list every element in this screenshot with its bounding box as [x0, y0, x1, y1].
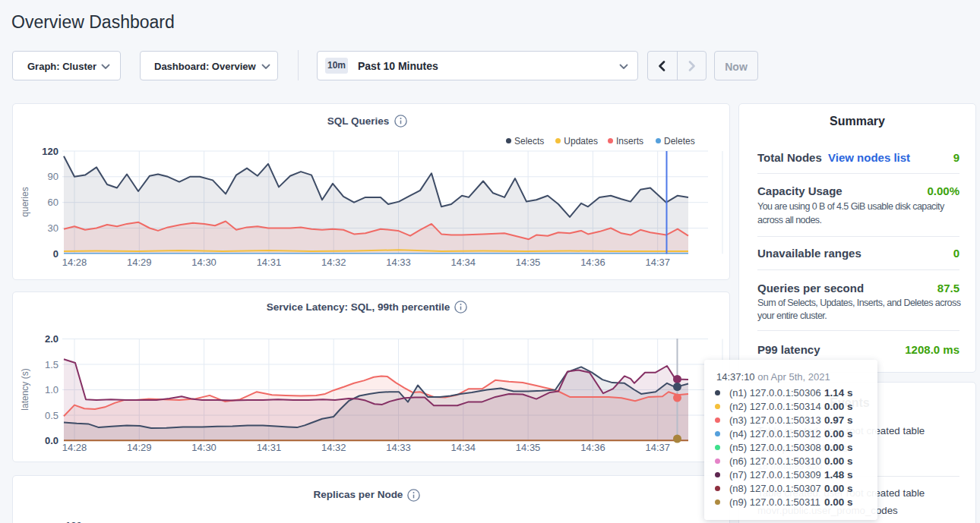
svg-text:14:33: 14:33: [386, 442, 411, 453]
svg-text:0.5: 0.5: [45, 410, 58, 421]
svg-text:14:36: 14:36: [580, 442, 605, 453]
svg-text:60: 60: [48, 197, 58, 208]
svg-text:0: 0: [53, 248, 58, 260]
svg-text:14:31: 14:31: [257, 257, 282, 268]
svg-text:120: 120: [42, 146, 58, 157]
svg-text:2.0: 2.0: [45, 333, 58, 345]
svg-text:14:32: 14:32: [321, 257, 346, 268]
svg-text:0.0: 0.0: [45, 435, 58, 446]
svg-text:14:31: 14:31: [257, 442, 282, 453]
svg-text:90: 90: [48, 171, 58, 182]
svg-text:latency (s): latency (s): [20, 368, 30, 410]
svg-text:14:29: 14:29: [127, 257, 152, 268]
svg-text:1.0: 1.0: [45, 384, 58, 395]
svg-text:30: 30: [48, 222, 58, 234]
svg-text:14:35: 14:35: [516, 257, 541, 268]
svg-text:14:32: 14:32: [321, 442, 346, 453]
svg-text:queries: queries: [20, 187, 30, 216]
svg-text:14:34: 14:34: [451, 442, 476, 453]
svg-text:14:36: 14:36: [580, 257, 605, 268]
svg-text:14:37: 14:37: [645, 257, 670, 268]
svg-text:14:28: 14:28: [62, 442, 87, 453]
svg-text:14:30: 14:30: [191, 442, 217, 453]
svg-text:1.5: 1.5: [45, 359, 58, 370]
svg-text:14:28: 14:28: [62, 257, 87, 268]
svg-text:14:30: 14:30: [191, 257, 217, 268]
svg-text:14:35: 14:35: [516, 442, 541, 453]
svg-text:14:33: 14:33: [386, 257, 411, 268]
svg-text:14:29: 14:29: [127, 442, 152, 453]
svg-text:14:34: 14:34: [451, 257, 476, 268]
svg-text:14:37: 14:37: [645, 442, 670, 453]
